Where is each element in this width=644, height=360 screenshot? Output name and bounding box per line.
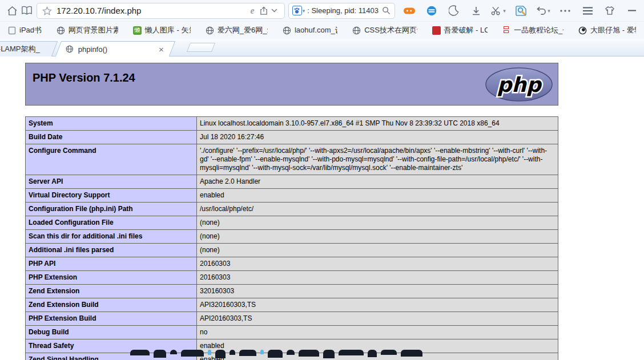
- info-label: PHP Extension: [26, 271, 197, 285]
- info-row: Debug Buildno: [26, 326, 558, 339]
- info-label: PHP API: [26, 257, 197, 271]
- chevron-down-icon[interactable]: [269, 3, 280, 19]
- globe-icon: [206, 26, 214, 35]
- info-row: Build DateJul 18 2020 16:27:46: [26, 131, 558, 144]
- bookmark-bg-images[interactable]: 网页背景图片素材_: [57, 25, 118, 35]
- skin-icon[interactable]: [602, 3, 617, 19]
- reading-list-icon[interactable]: [19, 3, 34, 19]
- info-row: PHP API20160303: [26, 257, 558, 271]
- home-icon[interactable]: [5, 3, 19, 19]
- info-row: Zend Extension BuildAPI320160303,TS: [26, 298, 558, 312]
- more-icon[interactable]: [558, 3, 573, 19]
- bookmark-lazy-gallery[interactable]: 懒 懒人图库 - 矢量图: [133, 25, 191, 35]
- page-viewport: PHP Version 7.1.24 php SystemLinux local…: [0, 56, 644, 360]
- address-bar[interactable]: 172.20.10.7/index.php e: [37, 3, 285, 19]
- tab-label: -LAMP架构_: [0, 44, 47, 54]
- info-label: PHP Extension Build: [26, 312, 197, 326]
- info-label: Zend Extension Build: [26, 298, 197, 312]
- info-row: Configure Command'./configure' '--prefix…: [26, 144, 558, 175]
- bookmark-label: 大眼仔旭 - 爱软件: [590, 25, 636, 35]
- search-engine-caret-icon[interactable]: ▾: [303, 8, 305, 14]
- info-value: 20160303: [197, 257, 558, 271]
- sogou-paw-icon[interactable]: [292, 6, 302, 15]
- info-row: Additional .ini files parsed(none): [26, 244, 558, 257]
- info-row: PHP Extension20160303: [26, 271, 558, 285]
- night-mode-icon[interactable]: [446, 3, 461, 19]
- info-label: Configuration File (php.ini) Path: [26, 203, 197, 216]
- bookmark-css-tech[interactable]: CSS技术在网页设计: [352, 25, 417, 35]
- info-row: Zend Signal Handlingenabled: [26, 353, 558, 360]
- info-value: enabled: [197, 189, 558, 203]
- bookmark-label: 网页背景图片素材_: [69, 25, 118, 35]
- browser-toolbar: 172.20.10.7/index.php e ▾ : Sleeping, pi…: [0, 0, 644, 22]
- phpinfo-table: SystemLinux localhost.localdomain 3.10.0…: [25, 116, 558, 360]
- tab-lamp[interactable]: -LAMP架构_: [0, 41, 58, 56]
- bookmark-ipad[interactable]: iPad书签: [8, 25, 42, 35]
- info-value: 320160303: [197, 285, 558, 298]
- info-row: Loaded Configuration File(none): [26, 216, 558, 230]
- search-box[interactable]: ▾ : Sleeping, pid: 11403: [288, 3, 395, 19]
- gamepad-icon[interactable]: [402, 3, 417, 19]
- undo-icon[interactable]: ▾: [536, 3, 550, 19]
- tab-bar: -LAMP架构_ phpinfo() ×: [0, 39, 644, 56]
- info-value: 20160303: [197, 271, 558, 285]
- info-row: Zend Extension320160303: [26, 285, 558, 298]
- bookmark-dayanzai[interactable]: 大眼仔旭 - 爱软件: [578, 25, 636, 35]
- info-row: Scan this dir for additional .ini files(…: [26, 230, 558, 244]
- bookmarks-bar: iPad书签 网页背景图片素材_ 懒 懒人图库 - 矢量图 爱六网_爱6网_爱六…: [0, 22, 644, 39]
- share-icon[interactable]: [258, 3, 269, 19]
- download-icon[interactable]: [469, 3, 484, 19]
- bookmark-label: 爱六网_爱6网_爱六: [218, 25, 268, 35]
- tab-phpinfo[interactable]: phpinfo() ×: [55, 41, 175, 56]
- info-value: API320160303,TS: [197, 298, 558, 312]
- info-label: Server API: [26, 175, 197, 189]
- bookmark-laohuf[interactable]: laohuf.com_设计: [283, 25, 337, 35]
- tab-close-icon[interactable]: ×: [158, 45, 165, 54]
- info-row: SystemLinux localhost.localdomain 3.10.0…: [26, 117, 558, 131]
- yipin-red-icon: [502, 26, 510, 35]
- info-row: Thread Safetyenabled: [26, 339, 558, 353]
- info-value: (none): [197, 244, 558, 257]
- menu-icon[interactable]: [580, 3, 595, 19]
- info-row: Server APIApache 2.0 Handler: [26, 175, 558, 189]
- bookmark-52pojie[interactable]: 吾爱破解 - LCG -: [432, 25, 488, 35]
- bookmark-label: 一品教程论坛_一品: [514, 25, 564, 35]
- bookmark-label: CSS技术在网页设计: [364, 25, 417, 35]
- info-label: Virtual Directory Support: [26, 189, 197, 203]
- info-value: enabled: [197, 353, 558, 360]
- info-value: './configure' '--prefix=/usr/local/php/'…: [197, 144, 558, 175]
- bookmark-yipin[interactable]: 一品教程论坛_一品: [502, 25, 564, 35]
- bookmark-label: 吾爱破解 - LCG -: [444, 25, 488, 35]
- new-tab-button[interactable]: [187, 43, 215, 52]
- url-text[interactable]: 172.20.10.7/index.php: [57, 6, 247, 15]
- eye-icon: [578, 26, 587, 35]
- tab-label: phpinfo(): [78, 45, 153, 54]
- php-version-header: PHP Version 7.1.24 php: [25, 63, 558, 106]
- ipad-square-icon: [8, 26, 16, 35]
- info-value: Apache 2.0 Handler: [197, 175, 558, 189]
- search-icon[interactable]: [381, 3, 391, 19]
- globe-icon: [283, 26, 291, 35]
- info-label: Zend Extension: [26, 285, 197, 298]
- bookmark-ailiu[interactable]: 爱六网_爱6网_爱六: [206, 25, 268, 35]
- favorite-star-icon[interactable]: [42, 3, 52, 19]
- undo-caret-icon[interactable]: ▾: [548, 8, 550, 14]
- bookmark-label: 懒人图库 - 矢量图: [145, 25, 191, 35]
- info-label: Build Date: [26, 131, 197, 144]
- info-value: Jul 18 2020 16:27:46: [197, 131, 558, 144]
- image-capture-icon[interactable]: [513, 3, 528, 19]
- screenshot-scissors-icon[interactable]: ▾: [491, 3, 506, 19]
- info-value: (none): [197, 230, 558, 244]
- info-table-body: SystemLinux localhost.localdomain 3.10.0…: [26, 117, 558, 360]
- search-suggestion-text[interactable]: : Sleeping, pid: 11403: [307, 6, 379, 15]
- info-value: /usr/local/php/etc/: [197, 203, 558, 216]
- screenshot-caret-icon[interactable]: ▾: [503, 8, 506, 14]
- info-label: Thread Safety: [26, 339, 197, 353]
- info-label: Configure Command: [26, 144, 197, 175]
- minimize-icon[interactable]: [625, 3, 639, 19]
- compatibility-e-icon[interactable]: e: [247, 6, 258, 16]
- info-value: Linux localhost.localdomain 3.10.0-957.e…: [197, 117, 558, 131]
- bookmark-label: laohuf.com_设计: [295, 25, 337, 35]
- info-label: Scan this dir for additional .ini files: [26, 230, 197, 244]
- translate-icon[interactable]: [424, 3, 439, 19]
